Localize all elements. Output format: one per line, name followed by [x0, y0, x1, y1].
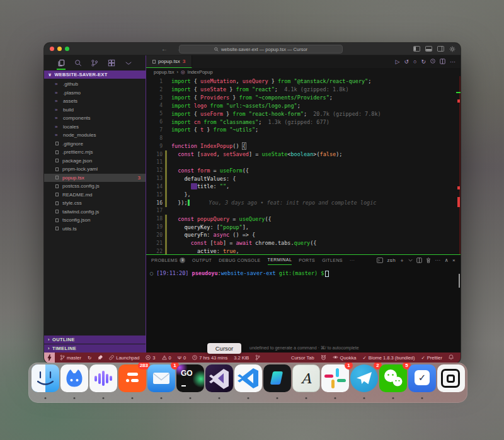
chevron-down-icon[interactable]	[123, 57, 134, 69]
more-actions-icon[interactable]: ···	[435, 257, 440, 263]
outline-section[interactable]: ›OUTLINE	[44, 336, 146, 344]
tree-file-pnpmlockyaml[interactable]: pnpm-lock.yaml	[44, 165, 146, 174]
dock-app-finder[interactable]	[32, 364, 59, 392]
code-editor[interactable]: 1import { useMutation, useQuery } from "…	[146, 76, 461, 254]
tree-file-READMEmd[interactable]: README.md	[44, 191, 146, 200]
dock-app-waveform[interactable]	[89, 364, 117, 392]
code-line-3[interactable]: 3import { Providers } from "~components/…	[146, 94, 461, 102]
tab-popup-tsx[interactable]: popup.tsx 3	[146, 55, 192, 68]
status-warn[interactable]: 0	[159, 353, 175, 363]
status-branch[interactable]	[252, 353, 263, 363]
toggle-primary-sidebar-icon[interactable]	[413, 46, 420, 52]
explorer-project-header[interactable]: ∨ WEBSITE-SAVER-EXT	[44, 71, 146, 79]
search-icon[interactable]	[72, 57, 84, 69]
dock-app-cursor[interactable]	[205, 364, 233, 392]
status-sync[interactable]: ↻	[84, 353, 94, 363]
status-check[interactable]: ✓Biome 1.8.3 (bundled)	[359, 353, 418, 363]
code-line-9[interactable]: 9function IndexPopup() {	[146, 142, 461, 150]
panel-tab-output[interactable]: OUTPUT	[192, 255, 212, 265]
status-psi[interactable]: Ψ0	[175, 353, 189, 363]
status-link[interactable]: Launchpad	[106, 353, 142, 363]
dock-app-dark-notes[interactable]	[263, 364, 291, 392]
more-actions-icon[interactable]: ···	[450, 59, 455, 65]
dock-app-vscode[interactable]	[234, 364, 262, 392]
tree-file-prettierrcmjs[interactable]: .prettierrc.mjs	[44, 148, 146, 157]
kill-terminal-trash-icon[interactable]	[426, 257, 431, 263]
breadcrumb[interactable]: popup.tsx › ◎ IndexPopup	[146, 68, 461, 76]
panel-tab-terminal[interactable]: TERMINAL	[268, 255, 292, 265]
tree-folder-build[interactable]: »build	[44, 106, 146, 115]
code-line-5[interactable]: 5import { useForm } from "react-hook-for…	[146, 110, 461, 118]
maximize-panel-icon[interactable]: ∧	[445, 257, 449, 263]
code-line-4[interactable]: 4import logo from "url:~assets/logo.png"…	[146, 102, 461, 110]
extensions-icon[interactable]	[106, 57, 117, 69]
code-line-18[interactable]: 18 const popupQuery = useQuery({	[146, 215, 461, 223]
dock-app-things[interactable]: ✓	[408, 364, 436, 392]
tree-folder-plasmo[interactable]: ».plasmo	[44, 89, 146, 98]
redo-icon[interactable]: ↻	[421, 59, 426, 65]
tree-folder-components[interactable]: »components	[44, 114, 146, 123]
dock-app-wechat[interactable]: 5	[379, 364, 407, 392]
code-line-8[interactable]: 8	[146, 134, 461, 142]
dock-app-slack[interactable]: 1	[321, 364, 349, 392]
code-line-17[interactable]: 17	[146, 207, 461, 215]
settings-gear-icon[interactable]	[449, 46, 455, 52]
status-check[interactable]: ✓Prettier	[418, 353, 445, 363]
close-panel-icon[interactable]: ×	[452, 257, 455, 263]
panel-tab-gitlens[interactable]: GITLENS	[322, 255, 343, 265]
tree-folder-locales[interactable]: »locales	[44, 123, 146, 132]
toggle-secondary-sidebar-icon[interactable]	[437, 46, 444, 52]
status-remote[interactable]	[44, 353, 55, 363]
dock-app-mail[interactable]: 1	[147, 364, 175, 392]
panel-tab-ports[interactable]: PORTS	[299, 255, 315, 265]
code-line-13[interactable]: 13 defaultValues: {	[146, 174, 461, 183]
nav-circle-icon[interactable]: ○	[413, 59, 416, 65]
tree-file-gitignore[interactable]: .gitignore	[44, 140, 146, 149]
dock-app-telegram[interactable]: 2	[350, 364, 378, 392]
status-branch[interactable]: master	[57, 353, 84, 363]
breadcrumb-file[interactable]: popup.tsx	[154, 69, 175, 75]
dock-app-feed-reader[interactable]: 283	[118, 364, 146, 392]
dock-app-goland[interactable]: GO	[176, 364, 204, 392]
history-icon[interactable]	[430, 59, 435, 65]
status-rocket[interactable]	[94, 353, 106, 363]
code-line-10[interactable]: 10 const [saved, setSaved] = useState<bo…	[146, 150, 461, 159]
code-line-6[interactable]: 6import cn from "classnames"; 1.3k (gzip…	[146, 118, 461, 126]
tree-file-utilsts[interactable]: utils.ts	[44, 225, 146, 234]
overview-ruler[interactable]	[456, 76, 461, 254]
toggle-panel-icon[interactable]	[425, 46, 432, 52]
dock-app-handwriting[interactable]: A	[292, 364, 320, 392]
panel-tab-debug-console[interactable]: DEBUG CONSOLE	[219, 255, 260, 265]
code-line-2[interactable]: 2import { useState } from "react"; 4.1k …	[146, 86, 461, 94]
panel-tab-problems[interactable]: PROBLEMS3	[151, 255, 185, 265]
timeline-section[interactable]: ›TIMELINE	[44, 344, 146, 353]
code-line-22[interactable]: 22 active: true,	[146, 247, 461, 254]
status-clock[interactable]: 7 hrs 43 mins	[189, 353, 231, 363]
status-eye[interactable]: Quokka	[329, 353, 360, 363]
tree-folder-node_modules[interactable]: »node_modules	[44, 131, 146, 140]
code-line-15[interactable]: 15 },	[146, 191, 461, 199]
status-cursor-tab[interactable]: Cursor Tab	[288, 353, 318, 363]
terminal-scrollbar[interactable]	[459, 274, 460, 288]
command-center-search[interactable]: website-saver-ext — popup.tsx — Cursor	[179, 45, 343, 54]
terminal-view[interactable]: ○ [19:11:20] pseudoyu:website-saver-ext …	[146, 265, 461, 353]
tree-file-packagejson[interactable]: package.json	[44, 157, 146, 166]
split-editor-icon[interactable]	[440, 59, 445, 65]
status-error[interactable]: 3	[142, 353, 158, 363]
tree-file-tsconfigjson[interactable]: tsconfig.json	[44, 216, 146, 225]
tree-file-postcssconfigjs[interactable]: postcss.config.js	[44, 182, 146, 191]
window-titlebar[interactable]: ← → website-saver-ext — popup.tsx — Curs…	[44, 43, 461, 55]
dock-app-fox-reader[interactable]	[60, 364, 88, 392]
source-control-icon[interactable]	[89, 57, 100, 69]
code-line-21[interactable]: 21 const [tab] = await chrome.tabs.query…	[146, 239, 461, 247]
status-octocat[interactable]	[318, 353, 329, 363]
code-line-7[interactable]: 7import { t } from "~utils";	[146, 126, 461, 134]
code-line-20[interactable]: 20 queryFn: async () => {	[146, 231, 461, 239]
tree-file-popuptsx[interactable]: popup.tsx3	[44, 174, 146, 183]
status-bell[interactable]	[445, 353, 457, 363]
code-line-19[interactable]: 19 queryKey: ["popup"],	[146, 223, 461, 231]
code-line-12[interactable]: 12 const form = useForm({	[146, 166, 461, 174]
undo-icon[interactable]: ↺	[404, 59, 409, 65]
status-3-2-kib[interactable]: 3.2 KiB	[231, 353, 252, 363]
zoom-window-button[interactable]	[65, 47, 69, 51]
